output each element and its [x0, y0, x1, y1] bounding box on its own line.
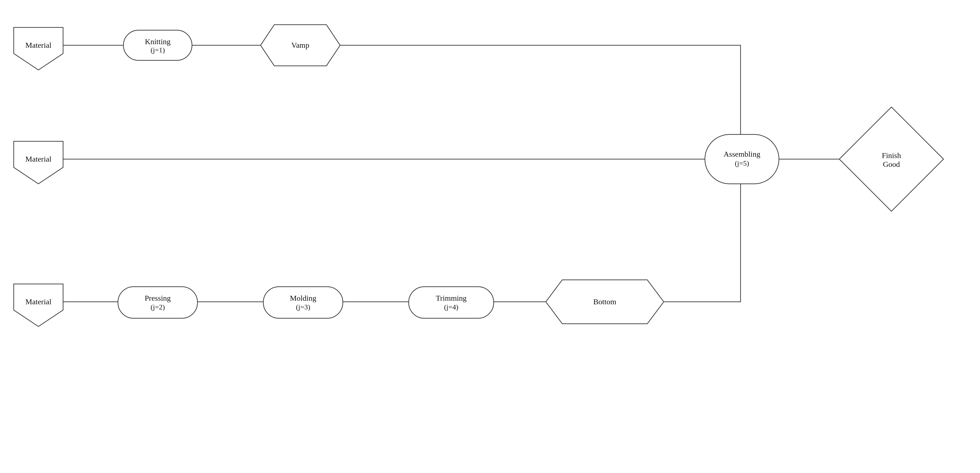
node-knitting: Knitting (j=1) — [123, 30, 192, 61]
finish-good-label2: Good — [883, 160, 900, 169]
trimming-label: Trimming — [436, 294, 467, 303]
node-assembling: Assembling (j=5) — [705, 134, 779, 184]
flow-diagram: Material Knitting (j=1) Vamp Material As… — [0, 0, 980, 473]
pressing-sublabel: (j=2) — [151, 303, 165, 311]
node-material3: Material — [14, 284, 63, 326]
node-vamp: Vamp — [261, 25, 340, 66]
material2-label: Material — [25, 155, 52, 163]
finish-good-label1: Finish — [882, 151, 901, 160]
material1-label: Material — [25, 41, 52, 49]
bottom-label: Bottom — [593, 298, 616, 306]
pressing-label: Pressing — [145, 294, 171, 303]
svg-rect-7 — [118, 287, 197, 318]
node-trimming: Trimming (j=4) — [409, 287, 494, 318]
edge-vamp-assembling — [340, 45, 741, 134]
node-molding: Molding (j=3) — [263, 287, 343, 318]
node-material2: Material — [14, 141, 63, 184]
assembling-label: Assembling — [724, 150, 760, 158]
trimming-sublabel: (j=4) — [444, 303, 458, 311]
material3-label: Material — [25, 298, 52, 306]
knitting-sublabel: (j=1) — [151, 46, 165, 54]
node-finish-good: Finish Good — [839, 107, 943, 211]
node-bottom: Bottom — [546, 280, 664, 324]
svg-rect-8 — [263, 287, 343, 318]
svg-rect-9 — [409, 287, 494, 318]
assembling-sublabel: (j=5) — [735, 159, 749, 167]
vamp-label: Vamp — [291, 41, 309, 49]
node-material1: Material — [14, 27, 63, 70]
node-pressing: Pressing (j=2) — [118, 287, 197, 318]
knitting-label: Knitting — [145, 37, 170, 46]
molding-sublabel: (j=3) — [296, 303, 310, 311]
edge-bottom-assembling — [664, 184, 741, 302]
molding-label: Molding — [290, 294, 316, 303]
